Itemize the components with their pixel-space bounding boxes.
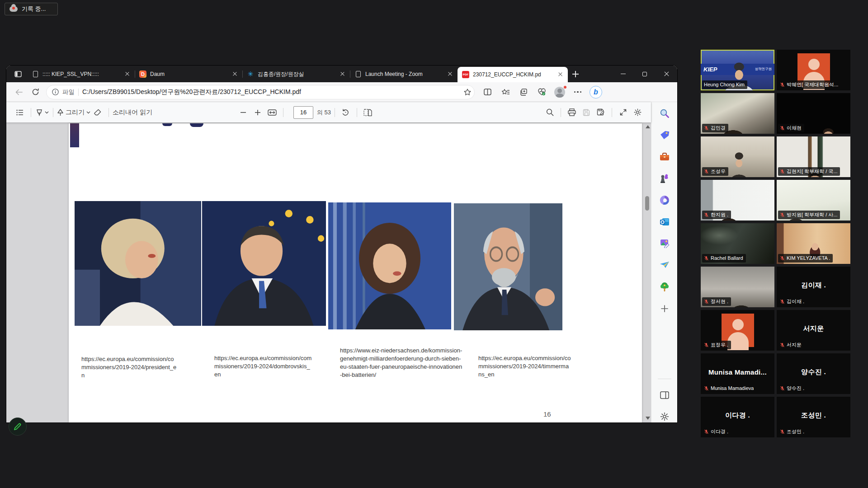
maximize-button[interactable]	[634, 66, 656, 82]
participant-tile-17[interactable]: 이다경 . 이다경 .	[701, 397, 774, 437]
url-text[interactable]: C:/Users/ZB99015/Desktop/연구원%20관련자료/2307…	[82, 88, 460, 96]
participant-tile-18[interactable]: 조성민 . 조성민 .	[777, 397, 850, 437]
search-document-button[interactable]	[542, 105, 557, 120]
collections-button[interactable]	[515, 84, 532, 100]
tab-close-icon[interactable]	[231, 70, 239, 78]
address-bar[interactable]: 파일 C:/Users/ZB99015/Desktop/연구원%20관련자료/2…	[46, 85, 475, 99]
minimize-button[interactable]	[612, 66, 634, 82]
fullscreen-button[interactable]	[616, 105, 630, 120]
page-view-button[interactable]	[361, 105, 375, 120]
sidebar-m365-button[interactable]	[659, 194, 670, 206]
participant-tile-12[interactable]: 김이재 . 김이재 .	[777, 267, 850, 307]
scroll-down-arrow[interactable]	[646, 417, 650, 420]
tab-close-icon[interactable]	[447, 70, 454, 78]
tab-close-icon[interactable]	[557, 71, 564, 78]
sidebar-designer-button[interactable]	[659, 238, 670, 249]
participant-tile-9[interactable]: Rachel Ballard	[701, 223, 774, 264]
print-button[interactable]	[565, 105, 579, 120]
tab-close-icon[interactable]	[124, 70, 131, 78]
participant-tile-13[interactable]: 표정우 .	[701, 310, 774, 351]
muted-mic-icon	[780, 256, 785, 261]
sidebar-shopping-button[interactable]	[659, 129, 670, 141]
participant-tile-14[interactable]: 서지운 서지운	[777, 310, 850, 351]
save-icon	[583, 109, 590, 116]
participant-tile-7[interactable]: 한지원 .	[701, 180, 774, 221]
fit-to-width-button[interactable]	[265, 105, 279, 120]
tab-kiep-ssl-vpn[interactable]: ::::: KIEP_SSL_VPN:::::	[27, 67, 135, 81]
tab-zoom-meeting[interactable]: Launch Meeting - Zoom	[350, 67, 458, 81]
rotate-icon	[342, 108, 349, 116]
settings-more-button[interactable]	[570, 84, 586, 100]
save-button[interactable]	[579, 105, 594, 120]
pdf-settings-button[interactable]	[630, 105, 645, 120]
draw-button[interactable]: 그리기	[57, 105, 90, 120]
pdf-icon: PDF	[462, 71, 469, 78]
tab-actions-icon	[14, 71, 22, 77]
new-tab-button[interactable]	[568, 67, 583, 81]
participant-tile-10[interactable]: KIM YELYZAVETA .	[777, 223, 850, 264]
erase-button[interactable]	[90, 105, 105, 120]
table-of-contents-button[interactable]	[13, 105, 27, 120]
participant-tile-2[interactable]: 박혜연[ 국제대학원석...	[777, 50, 850, 90]
tab-daum[interactable]: D Daum	[135, 67, 242, 81]
zoom-in-button[interactable]	[250, 105, 265, 120]
sidebar-outlook-button[interactable]	[659, 216, 670, 227]
participant-tile-1[interactable]: KIEP 정책연구원 Heung Chong Kim	[701, 50, 774, 90]
participant-tile-11[interactable]: 정서현 .	[701, 267, 774, 307]
page-number-input[interactable]	[293, 106, 313, 119]
highlight-button[interactable]	[35, 105, 49, 120]
participant-tile-6[interactable]: 김현지[ 학부재학 / 국...	[777, 136, 850, 177]
tab-pdf-active[interactable]: PDF 230712_EUCCP_HCKIM.pd	[458, 67, 568, 82]
favorite-star-icon[interactable]	[463, 88, 472, 96]
participant-tile-8[interactable]: 방지원[ 학부재학 / 사...	[777, 180, 850, 221]
participant-name-label: 박혜연[ 국제대학원석...	[778, 80, 841, 89]
tab-kiep-office[interactable]: ✳ 김흥종/원장/원장실	[242, 67, 350, 81]
reload-button[interactable]	[27, 84, 43, 100]
read-aloud-button[interactable]: 소리내어 읽기	[113, 105, 152, 120]
zoom-out-button[interactable]	[236, 105, 250, 120]
sidebar-search-button[interactable]	[659, 108, 670, 119]
close-button[interactable]	[656, 66, 677, 82]
commissioner-photo-2	[202, 201, 326, 326]
browser-essentials-button[interactable]	[533, 84, 550, 100]
pdf-toolbar: 그리기 소리내어 읽기	[6, 102, 651, 122]
microsoft-365-icon	[660, 195, 670, 205]
bing-chat-button[interactable]: b	[588, 84, 604, 100]
sidebar-drop-button[interactable]	[659, 259, 670, 271]
muted-mic-icon	[780, 429, 785, 434]
sidebar-tools-button[interactable]	[659, 151, 670, 162]
participant-tile-16[interactable]: 양수진 . 양수진 .	[777, 353, 850, 394]
plus-icon	[660, 305, 669, 313]
tab-actions-button[interactable]	[9, 67, 27, 81]
participant-name-text: 표정우 .	[711, 341, 728, 349]
participant-tile-15[interactable]: Munisa Mamadi... Munisa Mamadieva	[701, 353, 774, 394]
sidebar-settings-button[interactable]	[659, 411, 670, 422]
annotation-pencil-button[interactable]	[9, 418, 27, 436]
back-button[interactable]	[11, 84, 27, 100]
participant-tile-3[interactable]: 김민경	[701, 93, 774, 134]
commissioner-photo-4	[454, 203, 562, 330]
participant-tile-4[interactable]: 이채현	[777, 93, 850, 134]
sidebar-games-button[interactable]	[659, 173, 670, 184]
sidebar-toggle-button[interactable]	[659, 389, 670, 401]
participant-tile-5[interactable]: 조성우	[701, 136, 774, 177]
pdf-scrollbar[interactable]	[644, 122, 651, 422]
pdf-viewport[interactable]: https://ec.europa.eu/commission/commissi…	[6, 122, 651, 422]
tab-close-icon[interactable]	[339, 70, 346, 78]
sidebar-tree-button[interactable]	[659, 281, 670, 292]
favorites-button[interactable]	[497, 84, 514, 100]
save-as-button[interactable]	[594, 105, 608, 120]
scroll-up-arrow[interactable]	[646, 125, 650, 128]
tab-title: Daum	[150, 71, 228, 77]
scrollbar-thumb[interactable]	[645, 196, 649, 211]
recording-indicator[interactable]: 기록 중...	[5, 3, 58, 15]
sidebar-customize-button[interactable]	[659, 303, 670, 314]
pen-icon	[57, 109, 64, 116]
rotate-button[interactable]	[339, 105, 353, 120]
participant-name-text: 김민경	[711, 124, 726, 132]
profile-button[interactable]	[552, 84, 568, 100]
muted-mic-icon	[704, 212, 709, 217]
gear-icon	[634, 108, 642, 116]
daum-icon: D	[139, 70, 146, 78]
split-screen-button[interactable]	[479, 84, 495, 100]
